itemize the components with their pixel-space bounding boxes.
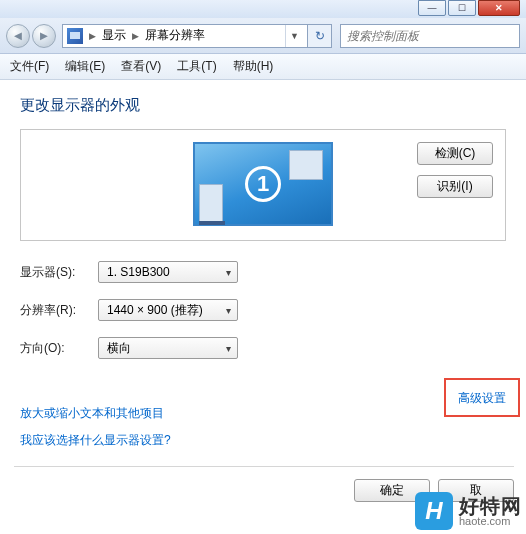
page-title: 更改显示器的外观	[20, 96, 506, 115]
chevron-right-icon: ▶	[132, 31, 139, 41]
advanced-settings-highlight: 高级设置	[444, 378, 520, 417]
breadcrumb-resolution[interactable]: 屏幕分辨率	[145, 27, 205, 44]
close-button[interactable]: ✕	[478, 0, 520, 16]
advanced-settings-link[interactable]: 高级设置	[458, 391, 506, 405]
refresh-button[interactable]: ↻	[308, 24, 332, 48]
display-number-badge: 1	[245, 166, 281, 202]
watermark-url: haote.com	[459, 516, 522, 527]
orientation-label: 方向(O):	[20, 340, 98, 357]
forward-button[interactable]: ►	[32, 24, 56, 48]
which-setting-link[interactable]: 我应该选择什么显示器设置?	[20, 432, 506, 449]
text-size-link[interactable]: 放大或缩小文本和其他项目	[20, 405, 506, 422]
address-bar[interactable]: ▶ 显示 ▶ 屏幕分辨率 ▼	[62, 24, 308, 48]
address-dropdown-icon[interactable]: ▼	[285, 25, 303, 47]
detect-button[interactable]: 检测(C)	[417, 142, 493, 165]
preview-window-icon	[199, 184, 223, 222]
resolution-label: 分辨率(R):	[20, 302, 98, 319]
window-titlebar: — ☐ ✕	[0, 0, 526, 18]
minimize-button[interactable]: —	[418, 0, 446, 16]
menu-bar: 文件(F) 编辑(E) 查看(V) 工具(T) 帮助(H)	[0, 54, 526, 80]
display-preview[interactable]: 1	[193, 142, 333, 226]
watermark-title: 好特网	[459, 496, 522, 516]
resolution-select-value: 1440 × 900 (推荐)	[107, 302, 203, 319]
menu-file[interactable]: 文件(F)	[10, 58, 49, 75]
menu-view[interactable]: 查看(V)	[121, 58, 161, 75]
display-icon	[67, 28, 83, 44]
maximize-button[interactable]: ☐	[448, 0, 476, 16]
display-select[interactable]: 1. S19B300	[98, 261, 238, 283]
breadcrumb-display[interactable]: 显示	[102, 27, 126, 44]
settings-form: 显示器(S): 1. S19B300 分辨率(R): 1440 × 900 (推…	[20, 261, 506, 359]
navigation-bar: ◄ ► ▶ 显示 ▶ 屏幕分辨率 ▼ ↻	[0, 18, 526, 54]
preview-window-icon	[289, 150, 323, 180]
orientation-select[interactable]: 横向	[98, 337, 238, 359]
watermark: H 好特网 haote.com	[415, 492, 522, 530]
search-input[interactable]	[340, 24, 520, 48]
resolution-select[interactable]: 1440 × 900 (推荐)	[98, 299, 238, 321]
back-button[interactable]: ◄	[6, 24, 30, 48]
display-preview-box: 1 检测(C) 识别(I)	[20, 129, 506, 241]
display-select-value: 1. S19B300	[107, 265, 170, 279]
display-label: 显示器(S):	[20, 264, 98, 281]
identify-button[interactable]: 识别(I)	[417, 175, 493, 198]
chevron-right-icon: ▶	[89, 31, 96, 41]
menu-tools[interactable]: 工具(T)	[177, 58, 216, 75]
watermark-badge-icon: H	[415, 492, 453, 530]
menu-help[interactable]: 帮助(H)	[233, 58, 274, 75]
orientation-select-value: 横向	[107, 340, 131, 357]
menu-edit[interactable]: 编辑(E)	[65, 58, 105, 75]
